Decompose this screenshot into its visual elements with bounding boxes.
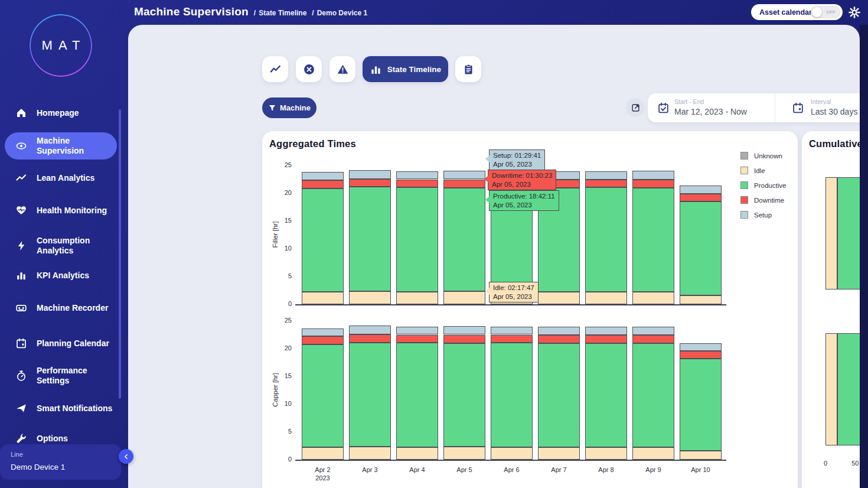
- bar-segment-downtime[interactable]: [349, 334, 391, 343]
- bar-segment-productive[interactable]: [302, 188, 344, 292]
- bar-segment-idle[interactable]: [491, 447, 533, 460]
- bar-segment-downtime[interactable]: [680, 351, 722, 359]
- bar-segment-productive[interactable]: [632, 188, 674, 292]
- sidebar-item-machine-supervision[interactable]: Machine Supervision: [0, 132, 121, 160]
- bar-segment-idle[interactable]: [443, 291, 485, 304]
- toolbar-button-circle-x[interactable]: [296, 56, 322, 82]
- toolbar-button-clipboard[interactable]: [455, 56, 481, 82]
- toolbar-button-warning[interactable]: [329, 56, 355, 82]
- bar-segment-downtime[interactable]: [491, 335, 533, 343]
- device-card[interactable]: Line Demo Device 1: [0, 444, 121, 480]
- bar-segment-idle[interactable]: [349, 447, 391, 460]
- bar-segment-downtime[interactable]: [585, 335, 627, 343]
- toggle-track[interactable]: OFF: [811, 6, 840, 18]
- bar-segment-idle[interactable]: [443, 447, 485, 460]
- sidebar-item-smart-notifications[interactable]: Smart Notifications: [0, 395, 121, 421]
- bar-segment-downtime[interactable]: [302, 180, 344, 188]
- open-external-button[interactable]: [626, 98, 645, 117]
- legend-item-unknown[interactable]: Unknown: [740, 152, 782, 160]
- toolbar-button-state-timeline[interactable]: State Timeline: [363, 56, 448, 82]
- bar-segment-idle[interactable]: [396, 292, 438, 304]
- bar-segment-setup[interactable]: [302, 328, 344, 336]
- cumulative-segment-idle[interactable]: [825, 333, 837, 445]
- sidebar-item-lean-analytics[interactable]: Lean Analytics: [0, 171, 121, 184]
- sidebar-item-planning-calendar[interactable]: Planning Calendar: [0, 330, 121, 356]
- bar-segment-productive[interactable]: [632, 343, 674, 448]
- bar-segment-setup[interactable]: [396, 327, 438, 334]
- bar-segment-downtime[interactable]: [443, 335, 485, 343]
- bar-segment-downtime[interactable]: [538, 335, 580, 343]
- bar-segment-setup[interactable]: [585, 327, 627, 335]
- bar-segment-productive[interactable]: [396, 187, 438, 292]
- bar-segment-idle[interactable]: [632, 292, 674, 304]
- legend-item-setup[interactable]: Setup: [740, 211, 772, 219]
- bar-segment-setup[interactable]: [632, 171, 674, 180]
- toolbar-button-chart-line[interactable]: [262, 56, 288, 82]
- bar-segment-setup[interactable]: [302, 172, 344, 180]
- bar-segment-downtime[interactable]: [632, 180, 674, 187]
- sidebar-scrollbar[interactable]: [119, 109, 121, 399]
- bar-segment-productive[interactable]: [538, 343, 580, 448]
- bar-segment-productive[interactable]: [302, 344, 344, 447]
- bar-segment-idle[interactable]: [585, 447, 627, 460]
- bar-segment-productive[interactable]: [585, 187, 627, 292]
- sidebar-item-consumption-analytics[interactable]: Consumption Analytics: [0, 233, 121, 259]
- bar-segment-productive[interactable]: [349, 187, 391, 292]
- bar-segment-downtime[interactable]: [396, 180, 438, 187]
- bar-segment-productive[interactable]: [396, 343, 438, 448]
- bar-segment-downtime[interactable]: [443, 180, 485, 188]
- bar-segment-productive[interactable]: [443, 188, 485, 292]
- bar-segment-setup[interactable]: [491, 327, 533, 334]
- bar-segment-setup[interactable]: [538, 327, 580, 335]
- bar-segment-productive[interactable]: [443, 343, 485, 447]
- bar-segment-setup[interactable]: [349, 170, 391, 178]
- sidebar-item-health-monitoring[interactable]: Health Monitoring: [0, 204, 121, 217]
- bar-segment-idle[interactable]: [680, 295, 722, 304]
- bar-segment-setup[interactable]: [443, 171, 485, 179]
- bar-segment-idle[interactable]: [302, 292, 344, 304]
- bar-segment-idle[interactable]: [632, 447, 674, 460]
- bar-segment-productive[interactable]: [585, 343, 627, 448]
- settings-gear-button[interactable]: [848, 6, 861, 19]
- bar-segment-setup[interactable]: [396, 171, 438, 179]
- sidebar-item-kpi-analytics[interactable]: KPI Analytics: [0, 269, 121, 282]
- bar-segment-idle[interactable]: [680, 451, 722, 460]
- filter-field-interval[interactable]: IntervalLast 30 days: [775, 93, 868, 122]
- sidebar-item-machine-recorder[interactable]: Machine Recorder: [0, 301, 121, 314]
- logo-text: MAT: [42, 38, 86, 53]
- bar-segment-idle[interactable]: [396, 447, 438, 460]
- bar-segment-downtime[interactable]: [632, 335, 674, 343]
- bar-segment-idle[interactable]: [538, 447, 580, 460]
- bar-segment-productive[interactable]: [491, 343, 533, 448]
- bar-segment-setup[interactable]: [632, 327, 674, 335]
- sidebar-collapse-button[interactable]: [119, 449, 133, 464]
- bar-segment-setup[interactable]: [680, 186, 722, 194]
- bar-segment-downtime[interactable]: [396, 335, 438, 343]
- sidebar-item-homepage[interactable]: Homepage: [0, 106, 121, 119]
- machine-filter-button[interactable]: Machine: [262, 97, 316, 118]
- bar-segment-setup[interactable]: [349, 326, 391, 334]
- bar-segment-setup[interactable]: [585, 171, 627, 180]
- bar-segment-downtime[interactable]: [302, 336, 344, 344]
- bar-segment-downtime[interactable]: [349, 179, 391, 187]
- bar-segment-idle[interactable]: [349, 291, 391, 304]
- sidebar-item-performance-settings[interactable]: Performance Settings: [0, 363, 121, 389]
- cumulative-segment-idle[interactable]: [825, 177, 837, 289]
- sidebar-item-options[interactable]: Options: [0, 432, 121, 445]
- main-scrollbar[interactable]: [860, 25, 868, 488]
- asset-calendar-toggle[interactable]: Asset calendar OFF: [751, 4, 843, 20]
- bar-segment-idle[interactable]: [585, 292, 627, 304]
- bar-segment-idle[interactable]: [538, 292, 580, 304]
- bar-segment-downtime[interactable]: [680, 194, 722, 201]
- bar-segment-productive[interactable]: [680, 359, 722, 451]
- bar-segment-setup[interactable]: [443, 326, 485, 334]
- legend-item-downtime[interactable]: Downtime: [740, 196, 784, 204]
- legend-item-idle[interactable]: Idle: [740, 167, 765, 174]
- bar-segment-productive[interactable]: [680, 201, 722, 295]
- legend-item-productive[interactable]: Productive: [740, 181, 786, 189]
- bar-segment-downtime[interactable]: [585, 180, 627, 187]
- bar-segment-idle[interactable]: [302, 447, 344, 460]
- filter-field-start-end[interactable]: Start - EndMar 12, 2023 - Now: [648, 93, 775, 122]
- bar-segment-setup[interactable]: [680, 343, 722, 351]
- bar-segment-productive[interactable]: [349, 343, 391, 447]
